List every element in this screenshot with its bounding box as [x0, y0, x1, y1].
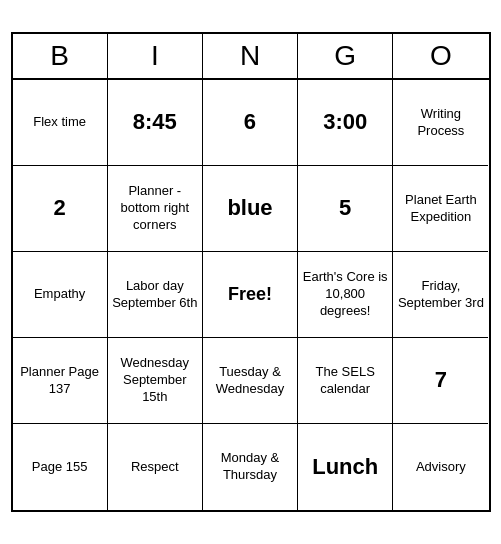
bingo-cell: Flex time	[13, 80, 108, 166]
bingo-cell: Writing Process	[393, 80, 488, 166]
bingo-cell: 8:45	[108, 80, 203, 166]
bingo-cell: The SELS calendar	[298, 338, 393, 424]
bingo-cell: Planner - bottom right corners	[108, 166, 203, 252]
header-letter: N	[203, 34, 298, 78]
bingo-cell: Friday, September 3rd	[393, 252, 488, 338]
bingo-cell: Page 155	[13, 424, 108, 510]
bingo-cell: Wednesday September 15th	[108, 338, 203, 424]
bingo-cell: Earth's Core is 10,800 degrees!	[298, 252, 393, 338]
bingo-cell: blue	[203, 166, 298, 252]
bingo-cell: Planner Page 137	[13, 338, 108, 424]
bingo-cell: 6	[203, 80, 298, 166]
bingo-cell: 5	[298, 166, 393, 252]
bingo-cell: Empathy	[13, 252, 108, 338]
bingo-cell: Planet Earth Expedition	[393, 166, 488, 252]
bingo-grid: Flex time8:4563:00Writing Process2Planne…	[13, 80, 489, 510]
bingo-cell: 7	[393, 338, 488, 424]
bingo-cell: Tuesday & Wednesday	[203, 338, 298, 424]
header-letter: O	[393, 34, 488, 78]
bingo-cell: 3:00	[298, 80, 393, 166]
bingo-cell: Labor day September 6th	[108, 252, 203, 338]
header-letter: B	[13, 34, 108, 78]
bingo-card: BINGO Flex time8:4563:00Writing Process2…	[11, 32, 491, 512]
bingo-header: BINGO	[13, 34, 489, 80]
bingo-cell: Lunch	[298, 424, 393, 510]
bingo-cell: Respect	[108, 424, 203, 510]
bingo-cell: Free!	[203, 252, 298, 338]
bingo-cell: Advisory	[393, 424, 488, 510]
header-letter: G	[298, 34, 393, 78]
header-letter: I	[108, 34, 203, 78]
bingo-cell: 2	[13, 166, 108, 252]
bingo-cell: Monday & Thursday	[203, 424, 298, 510]
